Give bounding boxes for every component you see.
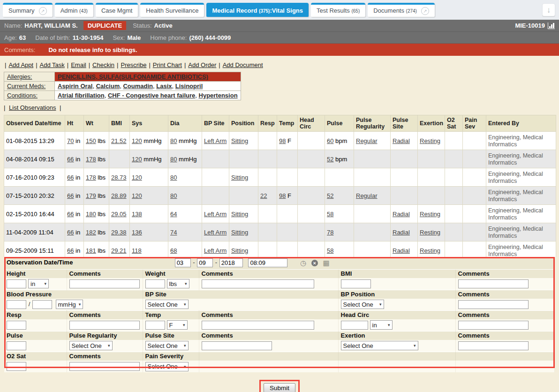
- obs-value-link[interactable]: 120: [132, 137, 142, 144]
- action-link-add-task[interactable]: Add Task: [40, 61, 65, 68]
- obs-value-link[interactable]: 28.73: [111, 174, 127, 181]
- action-link-checkin[interactable]: Checkin: [92, 61, 114, 68]
- obs-value-link[interactable]: 66: [67, 211, 74, 218]
- condition-link[interactable]: CHF - Congestive heart failure: [108, 92, 195, 99]
- obs-value-link[interactable]: 179: [86, 192, 96, 199]
- action-link-add-appt[interactable]: Add Appt: [8, 61, 33, 68]
- obs-value-link[interactable]: 66: [67, 229, 74, 236]
- obs-value-link[interactable]: 66: [67, 174, 74, 181]
- tab-admin[interactable]: Admin (43): [55, 3, 93, 17]
- bp-systolic-input[interactable]: [7, 300, 26, 309]
- action-link-add-document[interactable]: Add Document: [223, 61, 263, 68]
- obs-value-link[interactable]: 70: [67, 137, 74, 144]
- bp-position-select[interactable]: Select One▾: [341, 300, 384, 309]
- head-circ-unit-select[interactable]: in▾: [370, 320, 393, 330]
- pulse-regularity-select[interactable]: Select One▾: [69, 341, 113, 350]
- popout-icon[interactable]: ↗: [421, 7, 429, 15]
- obs-value-link[interactable]: 66: [67, 192, 74, 199]
- resp-comments-input[interactable]: [69, 321, 140, 330]
- submit-button[interactable]: Submit: [264, 383, 295, 392]
- obs-value-link[interactable]: Sitting: [231, 211, 248, 218]
- obs-value-link[interactable]: Sitting: [231, 229, 248, 236]
- resp-input[interactable]: [7, 321, 26, 330]
- obs-value-link[interactable]: 58: [327, 247, 333, 254]
- obs-year-input[interactable]: [219, 258, 243, 267]
- obs-value-link[interactable]: Radial: [393, 229, 410, 236]
- obs-value-link[interactable]: 150: [86, 137, 96, 144]
- exertion-select[interactable]: Select One▾: [341, 341, 418, 350]
- obs-value-link[interactable]: 74: [170, 229, 177, 236]
- obs-value-link[interactable]: 64: [170, 211, 177, 218]
- bp-site-select[interactable]: Select One▾: [145, 300, 189, 309]
- obs-value-link[interactable]: 66: [67, 156, 74, 163]
- obs-value-link[interactable]: 98: [279, 137, 286, 144]
- head-circ-input[interactable]: [341, 321, 368, 330]
- med-link[interactable]: Calcium: [96, 83, 120, 90]
- obs-value-link[interactable]: Regular: [356, 192, 378, 199]
- popout-icon[interactable]: ↗: [39, 7, 47, 15]
- obs-value-link[interactable]: 29.21: [111, 247, 127, 254]
- obs-value-link[interactable]: 136: [132, 229, 142, 236]
- obs-value-link[interactable]: 29.05: [111, 211, 127, 218]
- bmi-input[interactable]: [341, 279, 371, 288]
- pulse-comments-input[interactable]: [202, 341, 272, 350]
- obs-value-link[interactable]: 80: [170, 137, 177, 144]
- pulse-input[interactable]: [7, 341, 26, 350]
- obs-value-link[interactable]: Left Arm: [204, 137, 227, 144]
- obs-value-link[interactable]: Sitting: [231, 247, 248, 254]
- download-button[interactable]: ↓: [542, 3, 555, 16]
- conditions-link[interactable]: Conditions:: [7, 92, 38, 99]
- clock-icon[interactable]: ◷: [300, 259, 306, 267]
- obs-value-link[interactable]: 22: [260, 192, 267, 199]
- med-link[interactable]: Aspirin Oral: [58, 83, 92, 90]
- weight-comments-input[interactable]: [202, 279, 314, 288]
- bp-diastolic-input[interactable]: [32, 300, 52, 309]
- tab-test-results[interactable]: Test Results (65): [311, 3, 365, 17]
- obs-day-input[interactable]: [197, 258, 213, 267]
- temp-unit-select[interactable]: F▾: [167, 320, 188, 330]
- clear-date-icon[interactable]: ×: [311, 260, 318, 266]
- obs-value-link[interactable]: 80: [170, 192, 177, 199]
- obs-month-input[interactable]: [175, 258, 191, 267]
- obs-value-link[interactable]: Left Arm: [204, 229, 227, 236]
- o2-sat-input[interactable]: [7, 362, 26, 371]
- obs-value-link[interactable]: 180: [86, 211, 96, 218]
- bp-unit-select[interactable]: mmHg▾: [56, 300, 83, 309]
- weight-unit-select[interactable]: lbs▾: [167, 279, 189, 288]
- obs-value-link[interactable]: 21.52: [111, 137, 127, 144]
- obs-value-link[interactable]: 28.89: [111, 192, 127, 199]
- obs-value-link[interactable]: 80: [170, 174, 177, 181]
- height-input[interactable]: [7, 279, 26, 288]
- obs-value-link[interactable]: 58: [327, 211, 333, 218]
- allergies-link[interactable]: Allergies:: [7, 73, 32, 80]
- temp-comments-input[interactable]: [202, 321, 314, 330]
- obs-value-link[interactable]: Regular: [356, 137, 378, 144]
- obs-time-input[interactable]: [248, 258, 287, 267]
- obs-value-link[interactable]: 80: [170, 156, 177, 163]
- med-link[interactable]: Lasix: [156, 83, 172, 90]
- obs-value-link[interactable]: 78: [327, 229, 333, 236]
- list-observations-link[interactable]: List Observations: [9, 104, 56, 111]
- obs-value-link[interactable]: Resting: [420, 247, 440, 254]
- obs-value-link[interactable]: 52: [327, 192, 333, 199]
- o2-sat-comments-input[interactable]: [69, 362, 140, 371]
- obs-value-link[interactable]: 66: [67, 247, 74, 254]
- obs-value-link[interactable]: Sitting: [231, 137, 248, 144]
- obs-value-link[interactable]: 52: [327, 156, 333, 163]
- action-link-print-chart[interactable]: Print Chart: [153, 61, 182, 68]
- obs-value-link[interactable]: Resting: [420, 211, 440, 218]
- height-comments-input[interactable]: [69, 279, 140, 288]
- med-link[interactable]: Coumadin: [123, 83, 153, 90]
- head-circ-comments-input[interactable]: [458, 321, 529, 330]
- obs-value-link[interactable]: 178: [86, 156, 96, 163]
- obs-value-link[interactable]: 120: [132, 192, 142, 199]
- obs-value-link[interactable]: 182: [86, 229, 96, 236]
- condition-link[interactable]: Hypertension: [199, 92, 238, 99]
- obs-value-link[interactable]: Resting: [420, 137, 440, 144]
- obs-value-link[interactable]: Resting: [420, 229, 440, 236]
- obs-value-link[interactable]: 138: [132, 211, 142, 218]
- bmi-comments-input[interactable]: [458, 279, 529, 288]
- obs-value-link[interactable]: 178: [86, 174, 96, 181]
- obs-value-link[interactable]: Left Arm: [204, 211, 227, 218]
- chart-icon[interactable]: [548, 23, 555, 29]
